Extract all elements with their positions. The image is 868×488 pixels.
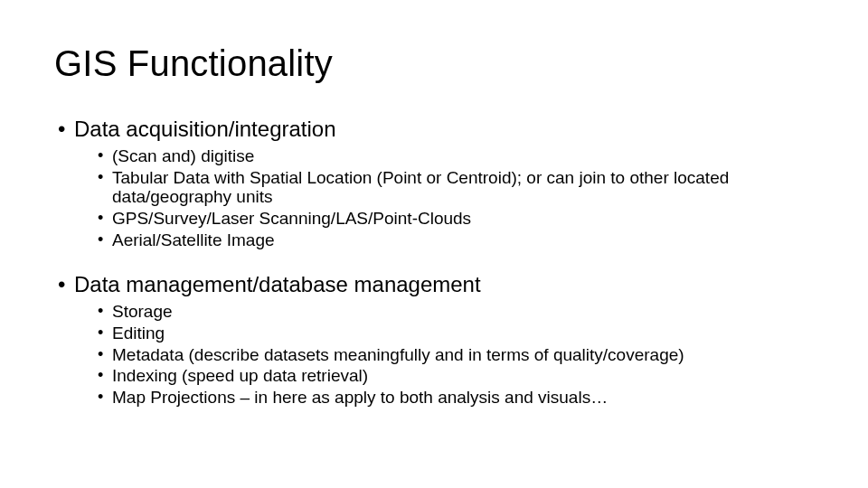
bullet-l2: Storage [96, 302, 814, 322]
slide-title: GIS Functionality [54, 43, 814, 84]
slide: GIS Functionality Data acquisition/integ… [0, 0, 868, 488]
bullet-l2: Metadata (describe datasets meaningfully… [96, 345, 814, 365]
bullet-l2: GPS/Survey/Laser Scanning/LAS/Point-Clou… [96, 209, 814, 229]
sub-list: (Scan and) digitise Tabular Data with Sp… [96, 146, 814, 250]
bullet-l2: Editing [96, 324, 814, 343]
bullet-l1: Data acquisition/integration [54, 117, 814, 143]
bullet-l2: Aerial/Satellite Image [96, 230, 814, 250]
bullet-l2: Tabular Data with Spatial Location (Poin… [96, 168, 814, 208]
bullet-l2: Indexing (speed up data retrieval) [96, 366, 814, 386]
sub-list: Storage Editing Metadata (describe datas… [96, 302, 814, 408]
bullet-l2: Map Projections – in here as apply to bo… [96, 388, 814, 408]
bullet-l1: Data management/database management [54, 272, 814, 298]
bullet-l2: (Scan and) digitise [96, 146, 814, 166]
